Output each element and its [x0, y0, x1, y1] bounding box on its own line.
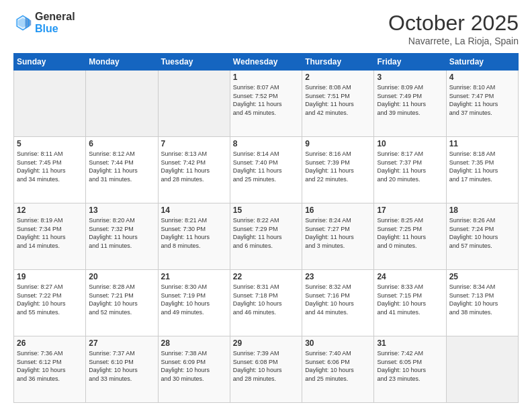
day-header-friday: Friday — [374, 54, 446, 71]
day-header-saturday: Saturday — [446, 54, 518, 71]
cell-content: Sunrise: 8:21 AM Sunset: 7:30 PM Dayligh… — [161, 217, 210, 249]
calendar-week-4: 19Sunrise: 8:27 AM Sunset: 7:22 PM Dayli… — [14, 270, 519, 336]
calendar-cell: 8Sunrise: 8:14 AM Sunset: 7:40 PM Daylig… — [230, 137, 302, 203]
day-number: 29 — [233, 338, 299, 348]
cell-content: Sunrise: 8:20 AM Sunset: 7:32 PM Dayligh… — [89, 217, 138, 249]
calendar-cell: 23Sunrise: 8:32 AM Sunset: 7:16 PM Dayli… — [302, 270, 374, 336]
calendar-cell: 13Sunrise: 8:20 AM Sunset: 7:32 PM Dayli… — [86, 203, 158, 270]
day-number: 12 — [17, 205, 83, 215]
day-number: 11 — [449, 139, 515, 148]
day-number: 28 — [161, 338, 227, 348]
day-number: 20 — [89, 272, 154, 281]
logo-blue-text: Blue — [35, 23, 75, 35]
cell-content: Sunrise: 7:36 AM Sunset: 6:12 PM Dayligh… — [17, 350, 66, 382]
header: General Blue October 2025 Navarrete, La … — [13, 11, 519, 46]
calendar-cell: 25Sunrise: 8:34 AM Sunset: 7:13 PM Dayli… — [446, 270, 518, 336]
day-number: 10 — [377, 139, 443, 148]
calendar-cell: 16Sunrise: 8:24 AM Sunset: 7:27 PM Dayli… — [302, 203, 374, 270]
day-header-sunday: Sunday — [14, 54, 86, 71]
day-header-wednesday: Wednesday — [230, 54, 302, 71]
calendar-cell: 3Sunrise: 8:09 AM Sunset: 7:49 PM Daylig… — [374, 71, 446, 137]
calendar-cell: 18Sunrise: 8:26 AM Sunset: 7:24 PM Dayli… — [446, 203, 518, 270]
cell-content: Sunrise: 8:33 AM Sunset: 7:15 PM Dayligh… — [377, 283, 426, 316]
cell-content: Sunrise: 8:34 AM Sunset: 7:13 PM Dayligh… — [449, 283, 498, 316]
cell-content: Sunrise: 8:16 AM Sunset: 7:39 PM Dayligh… — [305, 150, 354, 183]
day-number: 21 — [161, 272, 227, 281]
day-number: 2 — [305, 73, 371, 82]
day-number: 19 — [17, 272, 83, 281]
calendar-week-1: 1Sunrise: 8:07 AM Sunset: 7:52 PM Daylig… — [14, 71, 519, 137]
calendar-cell — [446, 336, 518, 403]
day-number: 6 — [89, 139, 154, 148]
day-header-tuesday: Tuesday — [158, 54, 230, 71]
day-number: 15 — [233, 205, 299, 215]
cell-content: Sunrise: 8:10 AM Sunset: 7:47 PM Dayligh… — [449, 84, 498, 116]
cell-content: Sunrise: 8:22 AM Sunset: 7:29 PM Dayligh… — [233, 217, 282, 249]
cell-content: Sunrise: 8:27 AM Sunset: 7:22 PM Dayligh… — [17, 283, 66, 316]
month-title: October 2025 — [388, 11, 519, 36]
calendar-cell: 9Sunrise: 8:16 AM Sunset: 7:39 PM Daylig… — [302, 137, 374, 203]
cell-content: Sunrise: 8:09 AM Sunset: 7:49 PM Dayligh… — [377, 84, 426, 116]
day-number: 24 — [377, 272, 443, 281]
day-number: 1 — [233, 73, 299, 82]
calendar-cell: 17Sunrise: 8:25 AM Sunset: 7:25 PM Dayli… — [374, 203, 446, 270]
day-number: 18 — [449, 205, 515, 215]
day-number: 30 — [305, 338, 371, 348]
calendar-week-5: 26Sunrise: 7:36 AM Sunset: 6:12 PM Dayli… — [14, 336, 519, 403]
calendar-cell: 6Sunrise: 8:12 AM Sunset: 7:44 PM Daylig… — [86, 137, 158, 203]
day-number: 25 — [449, 272, 515, 281]
calendar-cell: 14Sunrise: 8:21 AM Sunset: 7:30 PM Dayli… — [158, 203, 230, 270]
calendar-week-2: 5Sunrise: 8:11 AM Sunset: 7:45 PM Daylig… — [14, 137, 519, 203]
day-number: 22 — [233, 272, 299, 281]
location: Navarrete, La Rioja, Spain — [388, 36, 519, 46]
cell-content: Sunrise: 7:39 AM Sunset: 6:08 PM Dayligh… — [233, 350, 282, 382]
calendar-cell: 12Sunrise: 8:19 AM Sunset: 7:34 PM Dayli… — [14, 203, 86, 270]
calendar-cell: 20Sunrise: 8:28 AM Sunset: 7:21 PM Dayli… — [86, 270, 158, 336]
calendar-cell — [14, 71, 86, 137]
calendar-cell: 15Sunrise: 8:22 AM Sunset: 7:29 PM Dayli… — [230, 203, 302, 270]
cell-content: Sunrise: 7:40 AM Sunset: 6:06 PM Dayligh… — [305, 350, 354, 382]
logo: General Blue — [13, 11, 75, 34]
day-number: 31 — [377, 338, 443, 348]
calendar-cell: 26Sunrise: 7:36 AM Sunset: 6:12 PM Dayli… — [14, 336, 86, 403]
page: General Blue October 2025 Navarrete, La … — [0, 0, 532, 411]
logo-icon — [13, 13, 32, 32]
calendar-cell: 29Sunrise: 7:39 AM Sunset: 6:08 PM Dayli… — [230, 336, 302, 403]
calendar-cell — [86, 71, 158, 137]
cell-content: Sunrise: 7:37 AM Sunset: 6:10 PM Dayligh… — [89, 350, 138, 382]
calendar-cell: 2Sunrise: 8:08 AM Sunset: 7:51 PM Daylig… — [302, 71, 374, 137]
cell-content: Sunrise: 7:42 AM Sunset: 6:05 PM Dayligh… — [377, 350, 426, 382]
calendar-cell: 28Sunrise: 7:38 AM Sunset: 6:09 PM Dayli… — [158, 336, 230, 403]
cell-content: Sunrise: 8:30 AM Sunset: 7:19 PM Dayligh… — [161, 283, 210, 316]
calendar-cell: 4Sunrise: 8:10 AM Sunset: 7:47 PM Daylig… — [446, 71, 518, 137]
day-number: 7 — [161, 139, 227, 148]
cell-content: Sunrise: 8:24 AM Sunset: 7:27 PM Dayligh… — [305, 217, 354, 249]
calendar-cell: 24Sunrise: 8:33 AM Sunset: 7:15 PM Dayli… — [374, 270, 446, 336]
cell-content: Sunrise: 8:13 AM Sunset: 7:42 PM Dayligh… — [161, 150, 210, 183]
calendar-cell — [158, 71, 230, 137]
cell-content: Sunrise: 7:38 AM Sunset: 6:09 PM Dayligh… — [161, 350, 210, 382]
day-number: 8 — [233, 139, 299, 148]
calendar-cell: 7Sunrise: 8:13 AM Sunset: 7:42 PM Daylig… — [158, 137, 230, 203]
cell-content: Sunrise: 8:32 AM Sunset: 7:16 PM Dayligh… — [305, 283, 354, 316]
cell-content: Sunrise: 8:07 AM Sunset: 7:52 PM Dayligh… — [233, 84, 282, 116]
day-header-monday: Monday — [86, 54, 158, 71]
day-number: 23 — [305, 272, 371, 281]
cell-content: Sunrise: 8:31 AM Sunset: 7:18 PM Dayligh… — [233, 283, 282, 316]
cell-content: Sunrise: 8:12 AM Sunset: 7:44 PM Dayligh… — [89, 150, 138, 183]
day-number: 27 — [89, 338, 154, 348]
calendar-cell: 21Sunrise: 8:30 AM Sunset: 7:19 PM Dayli… — [158, 270, 230, 336]
day-number: 13 — [89, 205, 154, 215]
day-number: 5 — [17, 139, 83, 148]
day-number: 3 — [377, 73, 443, 82]
calendar-cell: 11Sunrise: 8:18 AM Sunset: 7:35 PM Dayli… — [446, 137, 518, 203]
calendar-cell: 27Sunrise: 7:37 AM Sunset: 6:10 PM Dayli… — [86, 336, 158, 403]
day-number: 9 — [305, 139, 371, 148]
day-number: 16 — [305, 205, 371, 215]
cell-content: Sunrise: 8:17 AM Sunset: 7:37 PM Dayligh… — [377, 150, 426, 183]
calendar-table: SundayMondayTuesdayWednesdayThursdayFrid… — [13, 53, 519, 403]
cell-content: Sunrise: 8:18 AM Sunset: 7:35 PM Dayligh… — [449, 150, 498, 183]
cell-content: Sunrise: 8:19 AM Sunset: 7:34 PM Dayligh… — [17, 217, 66, 249]
cell-content: Sunrise: 8:14 AM Sunset: 7:40 PM Dayligh… — [233, 150, 282, 183]
cell-content: Sunrise: 8:28 AM Sunset: 7:21 PM Dayligh… — [89, 283, 138, 316]
